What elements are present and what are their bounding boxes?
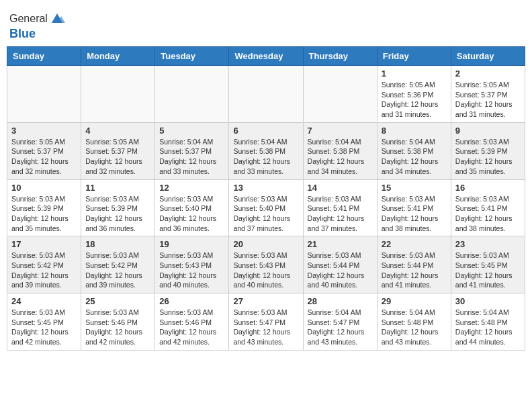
calendar-cell: 15Sunrise: 5:03 AM Sunset: 5:41 PM Dayli… — [377, 179, 451, 236]
day-number: 2 — [455, 68, 521, 79]
day-number: 1 — [382, 68, 447, 79]
day-info: Sunrise: 5:03 AM Sunset: 5:40 PM Dayligh… — [233, 194, 298, 234]
day-number: 16 — [455, 183, 521, 193]
week-row-5: 24Sunrise: 5:03 AM Sunset: 5:45 PM Dayli… — [7, 293, 525, 351]
day-info: Sunrise: 5:03 AM Sunset: 5:39 PM Dayligh… — [85, 194, 150, 234]
logo-icon — [49, 11, 65, 27]
logo-general-text: General — [9, 13, 48, 25]
calendar-cell: 25Sunrise: 5:03 AM Sunset: 5:46 PM Dayli… — [81, 293, 155, 351]
week-row-3: 10Sunrise: 5:03 AM Sunset: 5:39 PM Dayli… — [7, 179, 525, 236]
day-info: Sunrise: 5:03 AM Sunset: 5:42 PM Dayligh… — [85, 250, 150, 290]
logo: General Blue — [9, 11, 65, 41]
day-info: Sunrise: 5:05 AM Sunset: 5:37 PM Dayligh… — [85, 137, 150, 177]
calendar-cell: 2Sunrise: 5:05 AM Sunset: 5:37 PM Daylig… — [451, 66, 525, 123]
day-info: Sunrise: 5:05 AM Sunset: 5:36 PM Dayligh… — [382, 80, 447, 120]
day-number: 27 — [233, 296, 298, 306]
day-number: 10 — [11, 183, 77, 193]
calendar-cell: 8Sunrise: 5:04 AM Sunset: 5:38 PM Daylig… — [377, 122, 451, 179]
day-info: Sunrise: 5:05 AM Sunset: 5:37 PM Dayligh… — [11, 137, 77, 177]
day-number: 26 — [159, 296, 224, 306]
day-info: Sunrise: 5:03 AM Sunset: 5:46 PM Dayligh… — [85, 308, 150, 347]
calendar-cell: 1Sunrise: 5:05 AM Sunset: 5:36 PM Daylig… — [377, 66, 451, 123]
page-header: General Blue — [7, 7, 525, 41]
day-info: Sunrise: 5:03 AM Sunset: 5:43 PM Dayligh… — [159, 250, 224, 290]
day-info: Sunrise: 5:03 AM Sunset: 5:40 PM Dayligh… — [159, 194, 224, 234]
calendar-cell: 10Sunrise: 5:03 AM Sunset: 5:39 PM Dayli… — [7, 179, 81, 236]
calendar: SundayMondayTuesdayWednesdayThursdayFrid… — [7, 46, 525, 351]
day-number: 23 — [455, 239, 521, 249]
calendar-cell — [7, 66, 81, 123]
calendar-cell — [229, 66, 303, 123]
day-number: 7 — [308, 126, 373, 136]
calendar-cell: 17Sunrise: 5:03 AM Sunset: 5:42 PM Dayli… — [7, 236, 81, 293]
day-info: Sunrise: 5:03 AM Sunset: 5:47 PM Dayligh… — [233, 308, 298, 347]
day-number: 14 — [308, 183, 373, 193]
day-info: Sunrise: 5:04 AM Sunset: 5:37 PM Dayligh… — [159, 137, 224, 177]
day-info: Sunrise: 5:04 AM Sunset: 5:48 PM Dayligh… — [382, 308, 447, 347]
weekday-header-monday: Monday — [81, 47, 155, 66]
calendar-cell: 27Sunrise: 5:03 AM Sunset: 5:47 PM Dayli… — [229, 293, 303, 351]
calendar-cell — [303, 66, 377, 123]
calendar-cell: 26Sunrise: 5:03 AM Sunset: 5:46 PM Dayli… — [155, 293, 229, 351]
calendar-cell: 11Sunrise: 5:03 AM Sunset: 5:39 PM Dayli… — [81, 179, 155, 236]
logo-blue-text: Blue — [9, 27, 36, 40]
calendar-cell: 20Sunrise: 5:03 AM Sunset: 5:43 PM Dayli… — [229, 236, 303, 293]
calendar-cell: 9Sunrise: 5:03 AM Sunset: 5:39 PM Daylig… — [451, 122, 525, 179]
week-row-2: 3Sunrise: 5:05 AM Sunset: 5:37 PM Daylig… — [7, 122, 525, 179]
day-number: 28 — [308, 296, 373, 306]
week-row-4: 17Sunrise: 5:03 AM Sunset: 5:42 PM Dayli… — [7, 236, 525, 293]
calendar-cell — [81, 66, 155, 123]
day-info: Sunrise: 5:04 AM Sunset: 5:47 PM Dayligh… — [308, 308, 373, 347]
calendar-cell: 24Sunrise: 5:03 AM Sunset: 5:45 PM Dayli… — [7, 293, 81, 351]
calendar-cell: 21Sunrise: 5:03 AM Sunset: 5:44 PM Dayli… — [303, 236, 377, 293]
calendar-cell: 3Sunrise: 5:05 AM Sunset: 5:37 PM Daylig… — [7, 122, 81, 179]
day-info: Sunrise: 5:03 AM Sunset: 5:45 PM Dayligh… — [11, 308, 77, 347]
calendar-cell: 14Sunrise: 5:03 AM Sunset: 5:41 PM Dayli… — [303, 179, 377, 236]
weekday-header-friday: Friday — [377, 47, 451, 66]
day-number: 15 — [382, 183, 447, 193]
weekday-header-tuesday: Tuesday — [155, 47, 229, 66]
day-info: Sunrise: 5:04 AM Sunset: 5:38 PM Dayligh… — [308, 137, 373, 177]
day-number: 17 — [11, 239, 77, 249]
day-number: 20 — [233, 239, 298, 249]
calendar-cell: 29Sunrise: 5:04 AM Sunset: 5:48 PM Dayli… — [377, 293, 451, 351]
calendar-cell: 23Sunrise: 5:03 AM Sunset: 5:45 PM Dayli… — [451, 236, 525, 293]
day-number: 11 — [85, 183, 150, 193]
calendar-cell: 12Sunrise: 5:03 AM Sunset: 5:40 PM Dayli… — [155, 179, 229, 236]
day-info: Sunrise: 5:03 AM Sunset: 5:44 PM Dayligh… — [382, 250, 447, 290]
day-number: 25 — [85, 296, 150, 306]
day-info: Sunrise: 5:03 AM Sunset: 5:44 PM Dayligh… — [308, 250, 373, 290]
day-number: 13 — [233, 183, 298, 193]
calendar-cell: 13Sunrise: 5:03 AM Sunset: 5:40 PM Dayli… — [229, 179, 303, 236]
calendar-cell: 22Sunrise: 5:03 AM Sunset: 5:44 PM Dayli… — [377, 236, 451, 293]
day-info: Sunrise: 5:03 AM Sunset: 5:45 PM Dayligh… — [455, 250, 521, 290]
calendar-cell: 16Sunrise: 5:03 AM Sunset: 5:41 PM Dayli… — [451, 179, 525, 236]
day-info: Sunrise: 5:03 AM Sunset: 5:46 PM Dayligh… — [159, 308, 224, 347]
week-row-1: 1Sunrise: 5:05 AM Sunset: 5:36 PM Daylig… — [7, 66, 525, 123]
day-number: 8 — [382, 126, 447, 136]
day-info: Sunrise: 5:03 AM Sunset: 5:43 PM Dayligh… — [233, 250, 298, 290]
day-info: Sunrise: 5:03 AM Sunset: 5:42 PM Dayligh… — [11, 250, 77, 290]
day-number: 3 — [11, 126, 77, 136]
calendar-cell: 7Sunrise: 5:04 AM Sunset: 5:38 PM Daylig… — [303, 122, 377, 179]
day-number: 22 — [382, 239, 447, 249]
day-info: Sunrise: 5:04 AM Sunset: 5:38 PM Dayligh… — [233, 137, 298, 177]
calendar-cell: 28Sunrise: 5:04 AM Sunset: 5:47 PM Dayli… — [303, 293, 377, 351]
calendar-cell: 18Sunrise: 5:03 AM Sunset: 5:42 PM Dayli… — [81, 236, 155, 293]
day-number: 12 — [159, 183, 224, 193]
weekday-header-saturday: Saturday — [451, 47, 525, 66]
day-info: Sunrise: 5:03 AM Sunset: 5:41 PM Dayligh… — [382, 194, 447, 234]
calendar-cell: 4Sunrise: 5:05 AM Sunset: 5:37 PM Daylig… — [81, 122, 155, 179]
day-number: 30 — [455, 296, 521, 306]
calendar-cell: 30Sunrise: 5:04 AM Sunset: 5:48 PM Dayli… — [451, 293, 525, 351]
day-number: 5 — [159, 126, 224, 136]
day-number: 4 — [85, 126, 150, 136]
weekday-header-row: SundayMondayTuesdayWednesdayThursdayFrid… — [7, 47, 525, 66]
weekday-header-sunday: Sunday — [7, 47, 81, 66]
calendar-cell — [155, 66, 229, 123]
day-info: Sunrise: 5:03 AM Sunset: 5:39 PM Dayligh… — [455, 137, 521, 177]
day-info: Sunrise: 5:04 AM Sunset: 5:48 PM Dayligh… — [455, 308, 521, 347]
day-info: Sunrise: 5:04 AM Sunset: 5:38 PM Dayligh… — [382, 137, 447, 177]
day-number: 18 — [85, 239, 150, 249]
day-number: 9 — [455, 126, 521, 136]
